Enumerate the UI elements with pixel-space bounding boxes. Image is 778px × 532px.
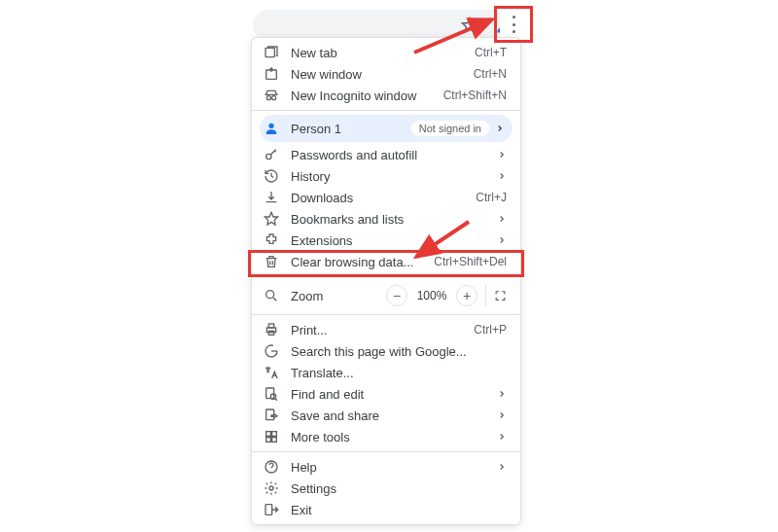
more-tools-icon [264, 429, 279, 444]
svg-rect-11 [268, 324, 273, 328]
new-tab-icon [264, 45, 279, 60]
menu-label: New Incognito window [291, 89, 436, 103]
svg-point-21 [269, 486, 273, 490]
chevron-right-icon [497, 410, 507, 420]
menu-separator [252, 276, 520, 277]
menu-item-incognito[interactable]: New Incognito window Ctrl+Shift+N [252, 85, 520, 106]
menu-label: New window [291, 67, 466, 82]
svg-point-6 [268, 124, 273, 128]
svg-rect-12 [268, 331, 273, 335]
menu-item-bookmarks[interactable]: Bookmarks and lists [252, 208, 520, 230]
menu-accelerator: Ctrl+Shift+N [443, 89, 507, 102]
menu-label: Help [291, 460, 489, 475]
menu-item-print[interactable]: Print... Ctrl+P [252, 319, 520, 340]
menu-item-search-page[interactable]: Search this page with Google... [252, 340, 520, 362]
svg-point-7 [266, 154, 271, 159]
save-share-icon [264, 408, 279, 423]
zoom-in-button[interactable]: + [456, 285, 477, 306]
bookmark-star-icon[interactable] [461, 17, 478, 34]
google-icon [264, 343, 279, 359]
profile-icon [264, 121, 279, 136]
menu-separator [252, 451, 520, 452]
svg-rect-19 [272, 438, 277, 443]
svg-rect-13 [266, 388, 274, 399]
svg-point-9 [266, 291, 274, 299]
menu-item-clear-browsing-data[interactable]: Clear browsing data... Ctrl+Shift+Del [252, 251, 520, 272]
kebab-menu-button[interactable] [500, 10, 529, 39]
menu-accelerator: Ctrl+P [474, 323, 507, 337]
profile-status-badge: Not signed in [411, 121, 489, 136]
menu-label: Bookmarks and lists [291, 212, 489, 227]
kebab-menu-icon [513, 16, 516, 33]
svg-rect-16 [266, 432, 271, 437]
menu-item-extensions[interactable]: Extensions [252, 230, 520, 251]
chevron-right-icon [495, 124, 505, 133]
menu-label: Settings [291, 481, 507, 496]
chrome-main-menu: New tab Ctrl+T New window Ctrl+N New Inc… [251, 37, 521, 525]
svg-rect-22 [265, 505, 272, 515]
extensions-icon [264, 232, 279, 248]
trash-icon [264, 254, 279, 269]
menu-separator [252, 314, 520, 315]
find-icon [264, 386, 279, 402]
menu-item-settings[interactable]: Settings [252, 478, 520, 499]
menu-item-history[interactable]: History [252, 165, 520, 187]
chevron-right-icon [497, 235, 507, 245]
translate-icon [264, 365, 279, 380]
menu-item-find-edit[interactable]: Find and edit [252, 383, 520, 405]
chevron-right-icon [497, 432, 507, 442]
svg-point-5 [272, 96, 276, 100]
key-icon [264, 147, 279, 162]
menu-item-new-tab[interactable]: New tab Ctrl+T [252, 42, 520, 63]
profile-name: Person 1 [291, 122, 406, 136]
fullscreen-button[interactable] [485, 285, 507, 306]
menu-accelerator: Ctrl+Shift+Del [434, 255, 507, 268]
zoom-controls: − 100% + [386, 285, 507, 306]
menu-label: Print... [291, 323, 466, 337]
menu-label: Clear browsing data... [291, 255, 426, 269]
menu-item-profile[interactable]: Person 1 Not signed in [260, 115, 513, 142]
menu-item-translate[interactable]: Translate... [252, 362, 520, 383]
chevron-right-icon [497, 214, 507, 224]
incognito-icon [264, 88, 279, 103]
star-icon [264, 211, 279, 227]
zoom-percent: 100% [415, 289, 448, 302]
menu-label: New tab [291, 46, 467, 60]
menu-label: History [291, 169, 489, 184]
menu-accelerator: Ctrl+T [475, 46, 507, 59]
help-icon [264, 459, 279, 475]
menu-item-more-tools[interactable]: More tools [252, 426, 520, 447]
menu-item-passwords[interactable]: Passwords and autofill [252, 144, 520, 165]
menu-accelerator: Ctrl+N [474, 67, 507, 81]
chevron-right-icon [497, 462, 507, 472]
svg-point-4 [266, 96, 270, 100]
svg-rect-18 [266, 438, 271, 443]
menu-item-zoom: Zoom − 100% + [252, 281, 520, 310]
menu-label: Save and share [291, 408, 489, 423]
settings-icon [264, 480, 279, 496]
download-icon [264, 190, 279, 205]
svg-rect-2 [265, 48, 274, 56]
menu-item-help[interactable]: Help [252, 456, 520, 478]
chevron-right-icon [497, 171, 507, 181]
menu-label: Passwords and autofill [291, 148, 489, 162]
menu-item-exit[interactable]: Exit [252, 499, 520, 520]
menu-label: Exit [291, 503, 507, 517]
svg-rect-15 [266, 409, 274, 420]
zoom-out-button[interactable]: − [386, 285, 407, 306]
chevron-right-icon [497, 150, 507, 160]
history-icon [264, 168, 279, 184]
zoom-label: Zoom [291, 289, 386, 303]
menu-label: Translate... [291, 366, 507, 380]
menu-label: Downloads [291, 191, 468, 205]
menu-label: More tools [291, 430, 489, 444]
exit-icon [264, 502, 279, 517]
menu-item-downloads[interactable]: Downloads Ctrl+J [252, 187, 520, 208]
menu-item-new-window[interactable]: New window Ctrl+N [252, 63, 520, 85]
menu-item-save-share[interactable]: Save and share [252, 405, 520, 426]
svg-marker-0 [463, 18, 477, 32]
svg-rect-17 [272, 432, 277, 437]
chevron-right-icon [497, 389, 507, 399]
menu-accelerator: Ctrl+J [476, 191, 507, 204]
menu-label: Search this page with Google... [291, 344, 507, 359]
